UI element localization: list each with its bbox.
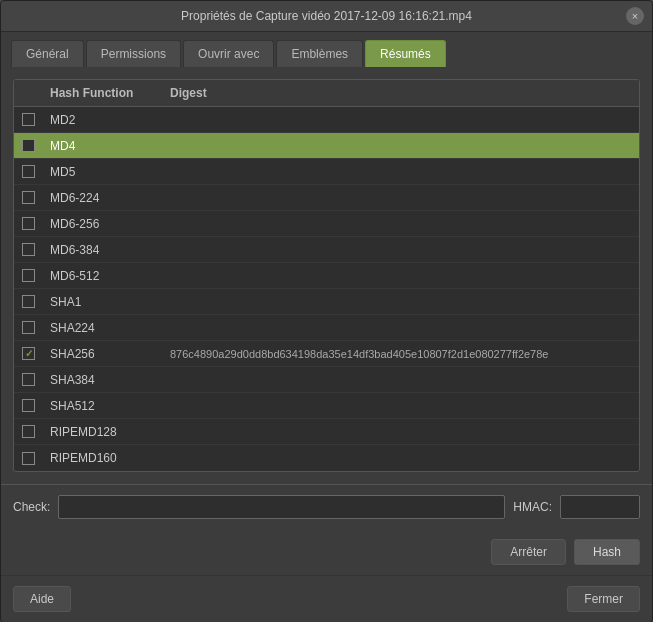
table-row[interactable]: SHA1	[14, 289, 639, 315]
checkbox-icon[interactable]	[22, 139, 35, 152]
checkbox-icon[interactable]	[22, 321, 35, 334]
tab-general[interactable]: Général	[11, 40, 84, 67]
table-row[interactable]: SHA256876c4890a29d0dd8bd634198da35e14df3…	[14, 341, 639, 367]
checkbox-icon[interactable]	[22, 425, 35, 438]
title-bar: Propriétés de Capture vidéo 2017-12-09 1…	[1, 1, 652, 32]
row-checkbox[interactable]	[22, 321, 50, 334]
footer: Aide Fermer	[1, 575, 652, 622]
table-row[interactable]: SHA512	[14, 393, 639, 419]
tab-emblems[interactable]: Emblèmes	[276, 40, 363, 67]
row-hash-function: MD6-384	[50, 243, 170, 257]
window-title: Propriétés de Capture vidéo 2017-12-09 1…	[181, 9, 472, 23]
checkbox-icon[interactable]	[22, 452, 35, 465]
check-input[interactable]	[58, 495, 505, 519]
table-row[interactable]: RIPEMD128	[14, 419, 639, 445]
row-checkbox[interactable]	[22, 347, 50, 360]
row-checkbox[interactable]	[22, 399, 50, 412]
row-checkbox[interactable]	[22, 165, 50, 178]
table-row[interactable]: MD4	[14, 133, 639, 159]
stop-button[interactable]: Arrêter	[491, 539, 566, 565]
table-header: Hash Function Digest	[14, 80, 639, 107]
row-hash-function: MD6-224	[50, 191, 170, 205]
table-row[interactable]: MD6-224	[14, 185, 639, 211]
row-hash-function: MD6-512	[50, 269, 170, 283]
header-digest: Digest	[170, 86, 631, 100]
row-hash-function: MD4	[50, 139, 170, 153]
check-label: Check:	[13, 500, 50, 514]
row-checkbox[interactable]	[22, 425, 50, 438]
row-checkbox[interactable]	[22, 113, 50, 126]
table-body: MD2MD4MD5MD6-224MD6-256MD6-384MD6-512SHA…	[14, 107, 639, 471]
row-checkbox[interactable]	[22, 191, 50, 204]
action-bar: Arrêter Hash	[1, 529, 652, 575]
row-checkbox[interactable]	[22, 269, 50, 282]
checkbox-icon[interactable]	[22, 373, 35, 386]
checkbox-icon[interactable]	[22, 165, 35, 178]
checkbox-icon[interactable]	[22, 113, 35, 126]
tab-open-with[interactable]: Ouvrir avec	[183, 40, 274, 67]
close-window-button[interactable]: ×	[626, 7, 644, 25]
help-button[interactable]: Aide	[13, 586, 71, 612]
row-checkbox[interactable]	[22, 139, 50, 152]
main-window: Propriétés de Capture vidéo 2017-12-09 1…	[0, 0, 653, 622]
hmac-label: HMAC:	[513, 500, 552, 514]
row-checkbox[interactable]	[22, 243, 50, 256]
row-checkbox[interactable]	[22, 217, 50, 230]
row-hash-function: MD5	[50, 165, 170, 179]
row-hash-function: RIPEMD128	[50, 425, 170, 439]
table-row[interactable]: SHA384	[14, 367, 639, 393]
row-hash-function: SHA512	[50, 399, 170, 413]
checkbox-icon[interactable]	[22, 399, 35, 412]
table-row[interactable]: MD6-384	[14, 237, 639, 263]
checkbox-icon[interactable]	[22, 243, 35, 256]
hash-table: Hash Function Digest MD2MD4MD5MD6-224MD6…	[13, 79, 640, 472]
table-row[interactable]: RIPEMD160	[14, 445, 639, 471]
row-checkbox[interactable]	[22, 295, 50, 308]
check-hmac-bar: Check: HMAC:	[1, 484, 652, 529]
hmac-input[interactable]	[560, 495, 640, 519]
checkbox-icon[interactable]	[22, 217, 35, 230]
checkbox-icon[interactable]	[22, 347, 35, 360]
tab-content: Hash Function Digest MD2MD4MD5MD6-224MD6…	[1, 67, 652, 484]
checkbox-icon[interactable]	[22, 269, 35, 282]
table-row[interactable]: MD6-512	[14, 263, 639, 289]
row-hash-function: SHA1	[50, 295, 170, 309]
row-checkbox[interactable]	[22, 373, 50, 386]
row-hash-function: SHA224	[50, 321, 170, 335]
table-row[interactable]: MD6-256	[14, 211, 639, 237]
row-hash-function: MD6-256	[50, 217, 170, 231]
header-hash-function: Hash Function	[50, 86, 170, 100]
checkbox-icon[interactable]	[22, 191, 35, 204]
hash-button[interactable]: Hash	[574, 539, 640, 565]
close-button[interactable]: Fermer	[567, 586, 640, 612]
row-checkbox[interactable]	[22, 452, 50, 465]
row-hash-function: SHA384	[50, 373, 170, 387]
row-hash-function: RIPEMD160	[50, 451, 170, 465]
checkbox-icon[interactable]	[22, 295, 35, 308]
table-row[interactable]: MD5	[14, 159, 639, 185]
tab-bar: Général Permissions Ouvrir avec Emblèmes…	[1, 32, 652, 67]
tab-resumes[interactable]: Résumés	[365, 40, 446, 67]
table-row[interactable]: MD2	[14, 107, 639, 133]
row-hash-function: SHA256	[50, 347, 170, 361]
row-hash-function: MD2	[50, 113, 170, 127]
tab-permissions[interactable]: Permissions	[86, 40, 181, 67]
row-digest: 876c4890a29d0dd8bd634198da35e14df3bad405…	[170, 348, 631, 360]
table-row[interactable]: SHA224	[14, 315, 639, 341]
